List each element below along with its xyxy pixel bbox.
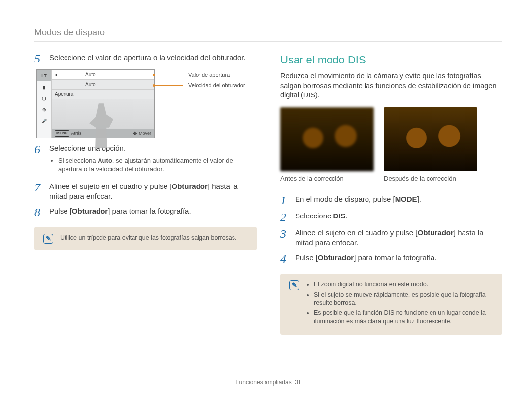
note-icon [289,280,299,290]
note-icon [43,234,53,244]
step-5: 5 Seleccione el valor de apertura o la v… [34,53,257,64]
step-number: 3 [280,228,289,248]
silhouette-icon [88,103,115,148]
step-text: Alinee el sujeto en el cuadro y pulse [O… [49,182,257,202]
callout-aperture: Valor de apertura [159,71,245,79]
manual-page: Modos de disparo 5 Seleccione el valor d… [0,0,532,401]
step-3: 3 Alinee el sujeto en el cuadro y pulse … [280,228,502,248]
step-number: 8 [34,206,43,218]
lcd-row-shutter-value: Auto [52,80,154,90]
lcd-rows: ◂ Auto Auto Apertura [52,70,154,138]
note-item: Si el sujeto se mueve rápidamente, es po… [314,291,494,308]
step-text: Seleccione DIS. [295,211,502,223]
lcd-side-icon [37,126,51,138]
left-column: 5 Seleccione el valor de apertura o la v… [34,53,257,369]
lcd-side-icon: ▮ [37,81,51,93]
step-6: 6 Seleccione una opción. Si selecciona A… [34,143,257,176]
lcd-illustration: LT ▮ ▢ ⊕ 🎤 ◂ Auto [36,69,155,138]
caption-before: Antes de la corrección [280,174,374,183]
footer-page-number: 31 [295,379,301,386]
lcd-move-label: Mover [139,130,151,136]
lcd-sidebar: LT ▮ ▢ ⊕ 🎤 [37,70,52,138]
step-number: 1 [280,194,289,206]
note-text: Utilice un trípode para evitar que las f… [60,234,248,244]
lcd-tag: LT [37,70,51,81]
note-item: Es posible que la función DIS no funcion… [314,309,494,326]
step-4: 4 Pulse [Obturador] para tomar la fotogr… [280,253,502,265]
step-number: 6 [34,143,43,176]
note-item: El zoom digital no funciona en este modo… [314,280,494,289]
right-column: Usar el modo DIS Reduzca el movimiento d… [280,53,502,369]
step-6-bullet: Si selecciona Auto, se ajustarán automát… [58,156,257,174]
step-number: 5 [34,53,43,64]
footer-section: Funciones ampliadas [235,379,291,386]
lcd-preview [52,99,154,129]
step-text: Alinee el sujeto en el cuadro y pulse [O… [295,228,502,248]
move-icon: ✥ [133,130,137,137]
lcd-callouts: Valor de apertura Velocidad del obturado… [159,71,245,92]
lcd-row-aperture-value: ◂ Auto [52,70,154,80]
step-number: 7 [34,182,43,202]
tip-note: Utilice un trípode para evitar que las f… [34,227,257,250]
step-7: 7 Alinee el sujeto en el cuadro y pulse … [34,182,257,202]
step-1: 1 En el modo de disparo, pulse [MODE]. [280,194,502,206]
step-8: 8 Pulse [Obturador] para tomar la fotogr… [34,206,257,218]
step-text: Pulse [Obturador] para tomar la fotograf… [295,253,502,265]
step-text: Seleccione una opción. Si selecciona Aut… [49,143,257,176]
note-list: El zoom digital no funciona en este modo… [306,280,494,328]
menu-icon: MENU [55,130,69,137]
page-footer: Funciones ampliadas 31 [34,369,502,386]
lcd-back-label: Atrás [71,130,82,136]
step-number: 4 [280,253,289,265]
divider [34,41,502,42]
lcd-side-icon: ▢ [37,93,51,104]
callout-shutter: Velocidad del obturador [159,82,245,89]
step-text: En el modo de disparo, pulse [MODE]. [295,194,502,206]
section-intro: Reduzca el movimiento de la cámara y evi… [280,71,502,100]
step-2: 2 Seleccione DIS. [280,211,502,223]
step-text: Seleccione el valor de apertura o la vel… [49,53,257,64]
comparison-thumbs: Antes de la corrección Después de la cor… [280,107,502,183]
caption-after: Después de la corrección [384,174,477,183]
thumb-before: Antes de la corrección [280,107,374,183]
thumb-after: Después de la corrección [384,107,477,183]
breadcrumb: Modos de disparo [34,27,502,38]
image-before-correction [280,107,374,171]
lcd-illustration-wrap: LT ▮ ▢ ⊕ 🎤 ◂ Auto [34,69,257,138]
image-after-correction [384,107,477,171]
content-columns: 5 Seleccione el valor de apertura o la v… [34,53,502,369]
step-text: Pulse [Obturador] para tomar la fotograf… [49,206,257,218]
lcd-row-label: Apertura [52,90,154,99]
lcd-side-icon: 🎤 [37,115,51,126]
tip-note: El zoom digital no funciona en este modo… [280,274,502,335]
lcd-side-icon: ⊕ [37,104,51,115]
step-number: 2 [280,211,289,223]
section-heading: Usar el modo DIS [280,53,502,67]
